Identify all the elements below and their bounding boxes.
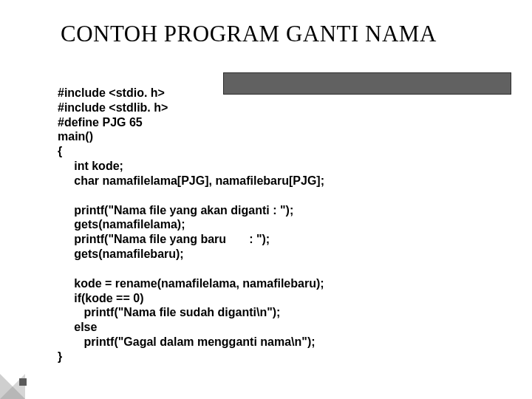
code-line: if(kode == 0): [58, 292, 143, 304]
code-line: int kode;: [58, 160, 123, 172]
code-line: printf("Nama file sudah diganti\n");: [58, 306, 280, 318]
code-line: printf("Gagal dalam mengganti nama\n");: [58, 335, 316, 348]
code-line: char namafilelama[PJG], namafilebaru[PJG…: [58, 174, 324, 187]
code-line: printf("Nama file yang akan diganti : ")…: [58, 204, 293, 216]
code-line: #include <stdlib. h>: [58, 101, 168, 114]
footer-bullet-icon: [19, 378, 27, 386]
code-line: #define PJG 65: [58, 116, 143, 129]
code-line: else: [58, 321, 97, 333]
slide-title: CONTOH PROGRAM GANTI NAMA: [61, 21, 497, 47]
code-line: {: [58, 145, 62, 157]
code-line: }: [58, 350, 62, 363]
code-line: main(): [58, 130, 93, 143]
code-line: #include <stdio. h>: [58, 86, 165, 99]
code-line: gets(namafilelama);: [58, 218, 185, 231]
code-line: kode = rename(namafilelama, namafilebaru…: [58, 277, 324, 290]
code-line: printf("Nama file yang baru : ");: [58, 233, 270, 245]
code-line: gets(namafilebaru);: [58, 248, 184, 260]
slide: CONTOH PROGRAM GANTI NAMA #include <stdi…: [0, 0, 532, 399]
code-block: #include <stdio. h> #include <stdlib. h>…: [58, 86, 497, 364]
